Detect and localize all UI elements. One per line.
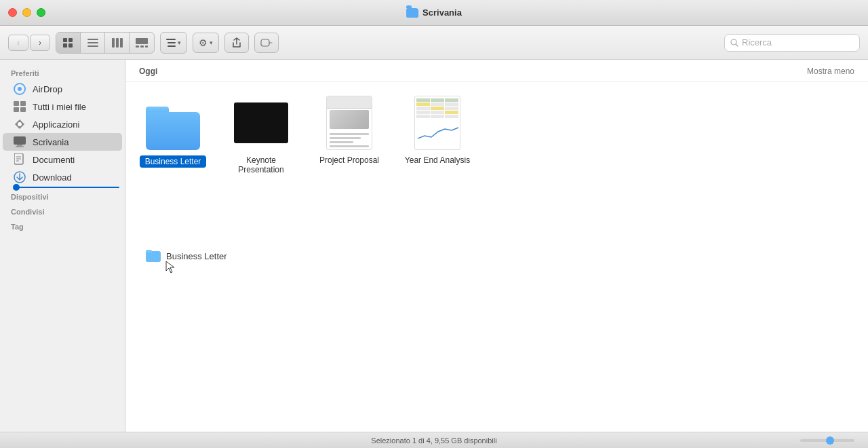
sidebar-item-downloads[interactable]: Download (3, 168, 122, 186)
file-icon-project-proposal (322, 96, 376, 150)
mouse-cursor (165, 260, 177, 278)
close-button[interactable] (8, 8, 17, 17)
documents-icon (14, 153, 26, 166)
sidebar-section-dispositivi: Dispositivi (0, 189, 125, 204)
file-item-keynote[interactable]: KeynotePresentation (227, 96, 295, 174)
svg-rect-16 (167, 45, 176, 47)
svg-rect-11 (136, 45, 139, 48)
main-area: Preferiti AirDrop Tutti i miei file (0, 60, 868, 432)
search-icon (730, 39, 738, 47)
year-end-thumbnail (414, 96, 460, 150)
svg-rect-8 (116, 38, 119, 48)
svg-rect-5 (87, 42, 98, 43)
drag-folder-mini (146, 250, 161, 262)
column-view-icon (112, 38, 123, 48)
view-options-button[interactable]: ▾ (161, 33, 186, 53)
file-item-business-letter[interactable]: Business Letter (139, 96, 207, 174)
forward-icon: › (39, 38, 41, 48)
sidebar-item-airdrop[interactable]: AirDrop (3, 80, 122, 98)
svg-rect-7 (112, 38, 115, 48)
drag-overlay: Business Letter (146, 250, 227, 262)
back-button[interactable]: ‹ (8, 35, 28, 51)
svg-line-19 (736, 44, 738, 46)
sidebar-section-tag: Tag (0, 219, 125, 234)
drag-label: Business Letter (166, 251, 227, 261)
desktop-icon (14, 136, 26, 148)
gallery-view-icon (136, 38, 148, 48)
zoom-control[interactable] (800, 439, 854, 442)
keynote-thumbnail (234, 102, 288, 143)
svg-rect-13 (145, 45, 148, 48)
share-button[interactable] (224, 33, 249, 53)
title-folder-icon (406, 8, 418, 18)
minimize-button[interactable] (22, 8, 31, 17)
view-options-group: ▾ (160, 32, 187, 54)
svg-point-18 (731, 39, 736, 45)
window-title: Scrivania (422, 7, 462, 18)
file-item-year-end[interactable]: Year End Analysis (403, 96, 471, 174)
file-label-project-proposal: Project Proposal (319, 155, 379, 165)
gear-chevron-icon: ▾ (210, 39, 213, 46)
share-icon (232, 37, 241, 48)
sidebar-item-applications[interactable]: Applicazioni (3, 115, 122, 133)
tag-icon (260, 39, 273, 47)
svg-rect-27 (16, 146, 24, 147)
svg-rect-14 (166, 39, 176, 40)
sidebar-label-airdrop: AirDrop (33, 84, 62, 94)
sidebar-label-all-files: Tutti i miei file (33, 102, 86, 112)
view-gallery-button[interactable] (130, 33, 154, 53)
file-icon-keynote (234, 96, 288, 150)
file-icon-year-end (410, 96, 465, 150)
file-icon-business-letter (146, 96, 200, 150)
svg-rect-4 (87, 39, 98, 40)
sidebar-label-downloads: Download (33, 172, 72, 183)
list-view-icon (87, 39, 98, 47)
svg-rect-15 (167, 42, 176, 43)
show-less-button[interactable]: Mostra meno (807, 67, 854, 76)
file-label-keynote: KeynotePresentation (238, 155, 283, 174)
sidebar-label-documents: Documenti (33, 155, 75, 165)
toolbar: ‹ › (0, 26, 868, 60)
chevron-down-icon: ▾ (178, 39, 181, 46)
svg-rect-23 (20, 107, 26, 112)
sidebar-section-preferiti: Preferiti (0, 65, 125, 80)
view-list-button[interactable] (81, 33, 105, 53)
status-bar: Selezionato 1 di 4, 9,55 GB disponibili (0, 432, 868, 448)
svg-rect-12 (140, 45, 144, 48)
tag-button[interactable] (254, 33, 279, 53)
sidebar-item-all-files[interactable]: Tutti i miei file (3, 98, 122, 115)
proposal-thumbnail (326, 96, 372, 150)
grid-view-icon (63, 38, 74, 48)
year-end-chart (416, 122, 458, 143)
title-bar: Scrivania (0, 0, 868, 26)
sidebar-item-documents[interactable]: Documenti (3, 151, 122, 168)
maximize-button[interactable] (37, 8, 45, 17)
window-title-area: Scrivania (406, 7, 462, 18)
svg-rect-1 (68, 38, 73, 42)
file-label-business-letter: Business Letter (140, 155, 207, 168)
forward-button[interactable]: › (30, 35, 50, 51)
sidebar: Preferiti AirDrop Tutti i miei file (0, 60, 125, 432)
view-icon-button[interactable] (56, 33, 81, 53)
action-gear-button[interactable]: ⚙ ▾ (193, 33, 219, 53)
back-icon: ‹ (17, 38, 20, 48)
svg-rect-17 (261, 39, 269, 46)
file-item-project-proposal[interactable]: Project Proposal (315, 96, 383, 174)
svg-rect-3 (68, 43, 73, 48)
zoom-track[interactable] (800, 439, 854, 442)
all-files-icon (14, 100, 26, 113)
sidebar-label-desktop: Scrivania (33, 137, 68, 147)
svg-rect-2 (63, 43, 67, 48)
svg-rect-20 (14, 101, 19, 106)
nav-group: ‹ › (8, 35, 50, 51)
zoom-thumb[interactable] (826, 436, 834, 445)
svg-rect-6 (87, 45, 98, 47)
sidebar-item-desktop[interactable]: Scrivania (3, 133, 122, 151)
search-box[interactable]: Ricerca (724, 34, 860, 52)
sidebar-label-applications: Applicazioni (33, 119, 79, 130)
status-text: Selezionato 1 di 4, 9,55 GB disponibili (371, 436, 496, 445)
airdrop-icon (14, 83, 26, 95)
view-column-button[interactable] (105, 33, 130, 53)
svg-rect-26 (17, 145, 22, 146)
svg-rect-21 (20, 101, 26, 106)
